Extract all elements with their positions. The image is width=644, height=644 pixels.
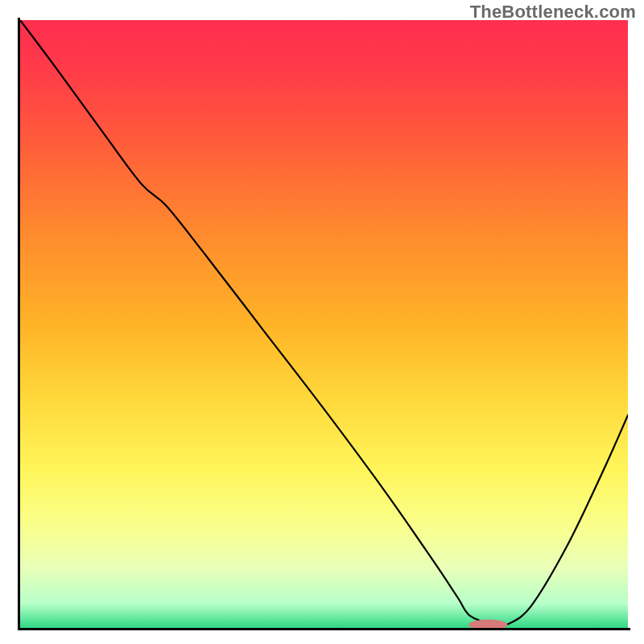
x-axis bbox=[18, 628, 630, 630]
y-axis bbox=[18, 18, 20, 630]
plot-background bbox=[20, 20, 628, 628]
chart-container: TheBottleneck.com bbox=[0, 0, 644, 644]
bottleneck-chart bbox=[0, 0, 644, 644]
